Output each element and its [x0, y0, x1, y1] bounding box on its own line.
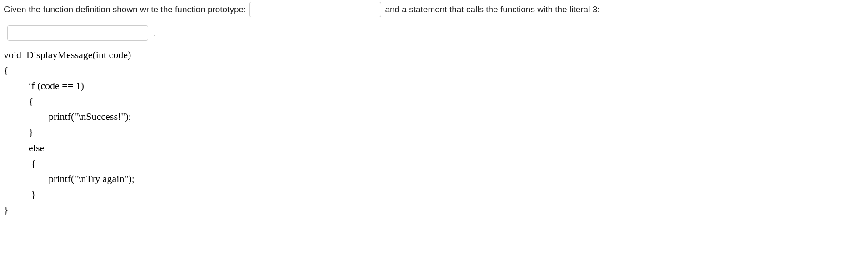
- code-line: else: [4, 142, 44, 153]
- prototype-input[interactable]: [249, 2, 381, 17]
- code-line: {: [4, 95, 34, 107]
- code-line: {: [4, 64, 9, 76]
- period-text: .: [154, 28, 156, 38]
- code-line: printf("\nTry again");: [4, 173, 135, 184]
- code-line: }: [4, 204, 9, 215]
- code-line: {: [4, 158, 36, 169]
- question-text-part2: and a statement that calls the functions…: [385, 5, 599, 15]
- question-line-1: Given the function definition shown writ…: [4, 2, 864, 17]
- call-statement-input[interactable]: [7, 25, 148, 41]
- code-block: void DisplayMessage(int code) { if (code…: [4, 47, 864, 217]
- code-line: }: [4, 126, 34, 138]
- question-text-part1: Given the function definition shown writ…: [4, 5, 246, 15]
- question-line-2: .: [4, 25, 864, 41]
- code-line: }: [4, 188, 36, 200]
- code-line: printf("\nSuccess!");: [4, 111, 131, 122]
- code-line: if (code == 1): [4, 80, 84, 91]
- code-line: void DisplayMessage(int code): [4, 49, 131, 60]
